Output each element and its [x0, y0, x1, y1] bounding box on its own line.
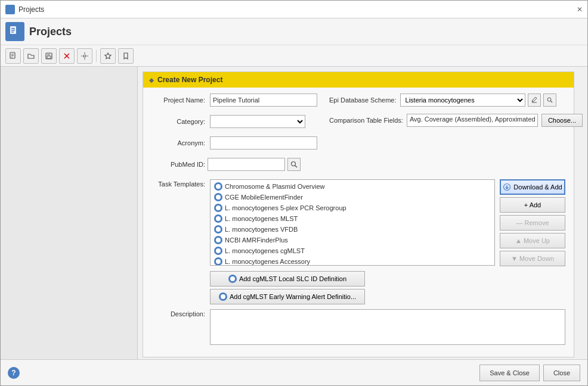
task-item-chromosome[interactable]: Chromosome & Plasmid Overview: [212, 181, 493, 192]
task-templates-label: Task Templates:: [151, 179, 205, 266]
comparison-label: Comparison Table Fields:: [329, 117, 403, 124]
epi-db-label: Epi Database Scheme:: [329, 96, 397, 104]
task-item-cgmlst[interactable]: L. monocytogenes cgMLST: [212, 245, 493, 256]
toolbar-separator-1: [96, 50, 97, 62]
save-close-button[interactable]: Save & Close: [479, 365, 540, 381]
move-up-button[interactable]: ▲ Move Up: [500, 233, 565, 248]
svg-rect-9: [47, 53, 50, 55]
project-name-input[interactable]: [210, 94, 317, 107]
sidebar: [1, 67, 138, 359]
comparison-row: Comparison Table Fields: Avg. Coverage (…: [329, 114, 583, 127]
task-item-label-pcr: L. monocytogenes 5-plex PCR Serogroup: [225, 204, 346, 211]
acronym-input[interactable]: [210, 136, 317, 150]
task-item-label-ncbi: NCBI AMRFinderPlus: [225, 236, 288, 244]
add-cgmlst-alert-label: Add cgMLST Early Warning Alert Definitio…: [230, 293, 356, 300]
description-label: Description:: [151, 309, 205, 345]
page-title: Projects: [29, 26, 72, 38]
pubmed-input[interactable]: [208, 158, 285, 171]
remove-button[interactable]: — Remove: [500, 215, 565, 231]
pubmed-search-button[interactable]: [287, 158, 301, 171]
epi-db-search-button[interactable]: [543, 94, 556, 107]
svg-line-15: [295, 166, 297, 167]
epi-db-row: Epi Database Scheme: Listeria monocytoge…: [329, 94, 583, 107]
move-down-label: ▼ Move Down: [511, 255, 554, 262]
svg-line-18: [550, 101, 552, 103]
category-select[interactable]: [210, 115, 305, 128]
category-label: Category:: [151, 118, 205, 125]
toolbar-settings-button[interactable]: [77, 48, 92, 64]
move-up-label: ▲ Move Up: [515, 237, 550, 244]
main-content: ◆ Create New Project Project Name:: [1, 67, 587, 359]
help-button[interactable]: ?: [8, 367, 20, 379]
project-name-row: Project Name:: [151, 94, 317, 107]
toolbar-bookmarks-button[interactable]: [118, 48, 134, 64]
page-icon: [5, 22, 24, 41]
svg-rect-10: [47, 56, 51, 58]
description-section: Description:: [151, 309, 565, 345]
section-header: ◆ Create New Project: [143, 72, 574, 88]
description-textarea[interactable]: [210, 309, 565, 345]
window-close-button[interactable]: ✕: [577, 5, 583, 14]
remove-label: — Remove: [516, 219, 549, 226]
title-bar-text: Projects: [18, 5, 44, 14]
left-form-section: Project Name: Category:: [151, 94, 317, 176]
task-item-icon-chromosome: [214, 182, 222, 191]
svg-point-17: [547, 98, 551, 101]
download-add-button[interactable]: Download & Add: [500, 179, 565, 195]
epi-select-wrap: Listeria monocytogenes: [400, 94, 556, 107]
toolbar-favorites-button[interactable]: [100, 48, 116, 64]
bottom-buttons: Save & Close Close: [479, 365, 580, 381]
epi-db-edit-button[interactable]: [528, 94, 541, 107]
svg-point-13: [83, 55, 86, 57]
task-item-pcr[interactable]: L. monocytogenes 5-plex PCR Serogroup: [212, 203, 493, 213]
add-cgmlst-slc-button[interactable]: Add cgMLST Local SLC ID Definition: [210, 271, 365, 287]
main-window: Projects ✕ Projects: [0, 0, 588, 386]
choose-button[interactable]: Choose...: [541, 114, 583, 127]
section-header-icon: ◆: [149, 77, 154, 83]
add-buttons-section: Add cgMLST Local SLC ID Definition Add c…: [210, 271, 565, 304]
svg-point-14: [292, 162, 296, 166]
toolbar-save-button[interactable]: [41, 48, 57, 64]
close-button[interactable]: Close: [543, 365, 580, 381]
task-item-label-chromosome: Chromosome & Plasmid Overview: [225, 183, 325, 190]
task-item-icon-ncbi: [214, 236, 222, 244]
add-cgmlst-alert-button[interactable]: Add cgMLST Early Warning Alert Definitio…: [210, 289, 365, 304]
section-header-text: Create New Project: [157, 76, 222, 84]
task-buttons: Download & Add + Add — Remove ▲ Move Up: [500, 179, 565, 266]
toolbar: [1, 45, 587, 67]
acronym-label: Acronym:: [151, 139, 205, 147]
create-project-panel: ◆ Create New Project Project Name:: [143, 71, 574, 357]
task-item-icon-accessory: [214, 257, 222, 266]
move-down-button[interactable]: ▼ Move Down: [500, 251, 565, 266]
toolbar-delete-button[interactable]: [59, 48, 75, 64]
task-item-ncbi[interactable]: NCBI AMRFinderPlus: [212, 235, 493, 245]
add-alert-icon: [219, 292, 227, 301]
epi-db-select[interactable]: Listeria monocytogenes: [400, 94, 525, 107]
task-item-label-accessory: L. monocytogenes Accessory: [225, 258, 310, 265]
task-item-accessory[interactable]: L. monocytogenes Accessory: [212, 256, 493, 266]
task-item-label-cgmlst: L. monocytogenes cgMLST: [225, 247, 305, 254]
acronym-row: Acronym:: [151, 136, 317, 150]
task-item-cge[interactable]: CGE MobileElementFinder: [212, 192, 493, 203]
toolbar-open-button[interactable]: [23, 48, 39, 64]
svg-rect-2: [11, 30, 15, 31]
toolbar-new-button[interactable]: [5, 48, 21, 64]
page-title-bar: Projects: [1, 18, 587, 45]
task-item-mlst[interactable]: L. monocytogenes MLST: [212, 213, 493, 224]
bottom-left: ?: [8, 367, 20, 379]
right-panel: ◆ Create New Project Project Name:: [138, 67, 587, 359]
app-icon: [5, 5, 15, 14]
svg-rect-3: [11, 32, 14, 33]
task-item-icon-mlst: [214, 214, 222, 223]
task-item-vfdb[interactable]: L. monocytogenes VFDB: [212, 224, 493, 235]
pubmed-row: PubMed ID:: [151, 158, 317, 171]
right-form-section: Epi Database Scheme: Listeria monocytoge…: [329, 94, 583, 176]
add-label: + Add: [524, 201, 541, 208]
top-form: Project Name: Category:: [151, 94, 565, 176]
form-body: Project Name: Category:: [143, 88, 574, 357]
category-row: Category:: [151, 115, 317, 128]
task-item-label-mlst: L. monocytogenes MLST: [225, 215, 298, 222]
add-cgmlst-slc-label: Add cgMLST Local SLC ID Definition: [239, 275, 346, 282]
add-slc-icon: [228, 275, 237, 283]
add-button[interactable]: + Add: [500, 197, 565, 213]
